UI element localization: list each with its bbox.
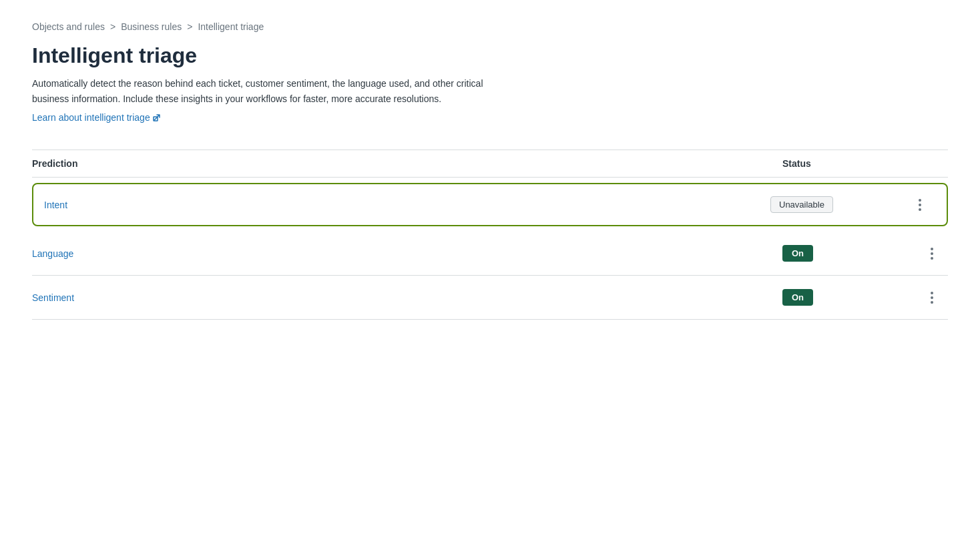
breadcrumb: Objects and rules > Business rules > Int…: [32, 21, 948, 32]
actions-menu-sentiment[interactable]: [916, 292, 948, 304]
status-badge-language: On: [782, 245, 916, 262]
page-title: Intelligent triage: [32, 43, 948, 68]
actions-menu-intent[interactable]: [904, 199, 936, 211]
page-description: Automatically detect the reason behind e…: [32, 76, 499, 106]
kebab-dot-1: [931, 292, 933, 294]
kebab-dot-3: [919, 208, 921, 211]
kebab-dot-3: [931, 257, 933, 260]
predictions-table: Prediction Status Intent Unavailable Lan…: [32, 150, 948, 320]
table-row-sentiment: Sentiment On: [32, 276, 948, 320]
row-name-language[interactable]: Language: [32, 248, 782, 259]
column-header-status: Status: [782, 158, 916, 169]
status-badge-intent: Unavailable: [770, 196, 904, 213]
kebab-icon-sentiment: [931, 292, 933, 304]
table-row-intent: Intent Unavailable: [32, 183, 948, 226]
kebab-dot-1: [931, 248, 933, 250]
breadcrumb-item-business-rules[interactable]: Business rules: [121, 21, 182, 32]
kebab-icon-language: [931, 248, 933, 260]
status-badge-sentiment: On: [782, 289, 916, 306]
badge-on-sentiment: On: [782, 289, 813, 306]
learn-link[interactable]: Learn about intelligent triage: [32, 112, 161, 123]
row-name-sentiment[interactable]: Sentiment: [32, 292, 782, 303]
column-header-prediction: Prediction: [32, 158, 782, 169]
kebab-dot-2: [919, 204, 921, 206]
breadcrumb-item-intelligent-triage: Intelligent triage: [198, 21, 264, 32]
table-row-language: Language On: [32, 232, 948, 276]
kebab-dot-2: [931, 296, 933, 299]
table-header: Prediction Status: [32, 150, 948, 178]
kebab-dot-1: [919, 199, 921, 202]
actions-menu-language[interactable]: [916, 248, 948, 260]
row-name-intent[interactable]: Intent: [44, 200, 770, 210]
kebab-dot-2: [931, 252, 933, 255]
kebab-icon-intent: [919, 199, 921, 211]
badge-on-language: On: [782, 245, 813, 262]
breadcrumb-item-objects[interactable]: Objects and rules: [32, 21, 105, 32]
breadcrumb-separator-2: >: [187, 21, 192, 32]
breadcrumb-separator-1: >: [110, 21, 115, 32]
external-link-icon: [153, 113, 161, 121]
kebab-dot-3: [931, 301, 933, 304]
learn-link-text: Learn about intelligent triage: [32, 112, 150, 123]
badge-unavailable: Unavailable: [770, 196, 833, 213]
